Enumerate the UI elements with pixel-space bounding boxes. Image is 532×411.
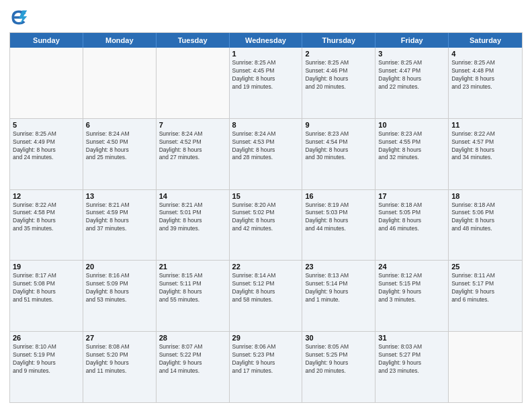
calendar-row-3: 19Sunrise: 8:17 AM Sunset: 5:08 PM Dayli… bbox=[10, 261, 522, 332]
calendar-header: SundayMondayTuesdayWednesdayThursdayFrid… bbox=[10, 33, 522, 48]
day-cell-22: 22Sunrise: 8:14 AM Sunset: 5:12 PM Dayli… bbox=[230, 261, 303, 331]
day-info: Sunrise: 8:25 AM Sunset: 4:49 PM Dayligh… bbox=[13, 130, 80, 163]
day-info: Sunrise: 8:18 AM Sunset: 5:06 PM Dayligh… bbox=[451, 201, 519, 234]
empty-cell-4-6 bbox=[449, 332, 522, 402]
day-number: 1 bbox=[232, 50, 300, 58]
day-cell-25: 25Sunrise: 8:11 AM Sunset: 5:17 PM Dayli… bbox=[449, 261, 522, 331]
day-number: 13 bbox=[86, 192, 153, 200]
day-cell-28: 28Sunrise: 8:07 AM Sunset: 5:22 PM Dayli… bbox=[157, 332, 230, 402]
day-cell-3: 3Sunrise: 8:25 AM Sunset: 4:47 PM Daylig… bbox=[375, 48, 449, 118]
day-number: 30 bbox=[305, 334, 372, 342]
weekday-header-monday: Monday bbox=[83, 33, 157, 48]
weekday-header-saturday: Saturday bbox=[449, 33, 522, 48]
day-number: 3 bbox=[378, 50, 445, 58]
day-cell-13: 13Sunrise: 8:21 AM Sunset: 4:59 PM Dayli… bbox=[83, 190, 157, 261]
day-info: Sunrise: 8:23 AM Sunset: 4:55 PM Dayligh… bbox=[378, 130, 445, 163]
day-cell-17: 17Sunrise: 8:18 AM Sunset: 5:05 PM Dayli… bbox=[375, 190, 449, 261]
day-info: Sunrise: 8:22 AM Sunset: 4:58 PM Dayligh… bbox=[13, 201, 80, 234]
weekday-header-wednesday: Wednesday bbox=[230, 33, 303, 48]
day-cell-5: 5Sunrise: 8:25 AM Sunset: 4:49 PM Daylig… bbox=[10, 119, 83, 189]
day-info: Sunrise: 8:11 AM Sunset: 5:17 PM Dayligh… bbox=[451, 272, 519, 304]
day-info: Sunrise: 8:12 AM Sunset: 5:15 PM Dayligh… bbox=[378, 272, 445, 304]
day-cell-30: 30Sunrise: 8:05 AM Sunset: 5:25 PM Dayli… bbox=[302, 332, 375, 402]
empty-cell-0-2 bbox=[157, 48, 230, 118]
day-number: 10 bbox=[378, 121, 445, 129]
day-info: Sunrise: 8:19 AM Sunset: 5:03 PM Dayligh… bbox=[305, 201, 372, 234]
day-info: Sunrise: 8:15 AM Sunset: 5:11 PM Dayligh… bbox=[159, 272, 226, 304]
day-cell-9: 9Sunrise: 8:23 AM Sunset: 4:54 PM Daylig… bbox=[302, 119, 375, 189]
day-info: Sunrise: 8:25 AM Sunset: 4:47 PM Dayligh… bbox=[378, 59, 445, 91]
day-number: 24 bbox=[378, 263, 445, 271]
day-cell-10: 10Sunrise: 8:23 AM Sunset: 4:55 PM Dayli… bbox=[375, 119, 449, 189]
day-info: Sunrise: 8:13 AM Sunset: 5:14 PM Dayligh… bbox=[305, 272, 372, 304]
weekday-header-friday: Friday bbox=[375, 33, 449, 48]
day-number: 17 bbox=[378, 192, 445, 200]
day-number: 23 bbox=[305, 263, 372, 271]
day-info: Sunrise: 8:25 AM Sunset: 4:48 PM Dayligh… bbox=[451, 59, 519, 91]
day-info: Sunrise: 8:25 AM Sunset: 4:45 PM Dayligh… bbox=[232, 59, 300, 91]
day-number: 11 bbox=[451, 121, 519, 129]
day-number: 18 bbox=[451, 192, 519, 200]
day-info: Sunrise: 8:18 AM Sunset: 5:05 PM Dayligh… bbox=[378, 201, 445, 234]
day-number: 28 bbox=[159, 334, 226, 342]
day-cell-12: 12Sunrise: 8:22 AM Sunset: 4:58 PM Dayli… bbox=[10, 190, 83, 261]
day-info: Sunrise: 8:06 AM Sunset: 5:23 PM Dayligh… bbox=[232, 343, 300, 375]
weekday-header-tuesday: Tuesday bbox=[157, 33, 230, 48]
day-cell-14: 14Sunrise: 8:21 AM Sunset: 5:01 PM Dayli… bbox=[157, 190, 230, 261]
day-info: Sunrise: 8:07 AM Sunset: 5:22 PM Dayligh… bbox=[159, 343, 226, 375]
day-cell-23: 23Sunrise: 8:13 AM Sunset: 5:14 PM Dayli… bbox=[302, 261, 375, 331]
day-number: 9 bbox=[305, 121, 372, 129]
day-number: 6 bbox=[86, 121, 153, 129]
calendar-row-2: 12Sunrise: 8:22 AM Sunset: 4:58 PM Dayli… bbox=[10, 190, 522, 261]
calendar-row-1: 5Sunrise: 8:25 AM Sunset: 4:49 PM Daylig… bbox=[10, 119, 522, 190]
header bbox=[9, 8, 523, 27]
day-info: Sunrise: 8:22 AM Sunset: 4:57 PM Dayligh… bbox=[451, 130, 519, 163]
day-number: 15 bbox=[232, 192, 300, 200]
logo-icon bbox=[9, 8, 28, 27]
day-info: Sunrise: 8:08 AM Sunset: 5:20 PM Dayligh… bbox=[86, 343, 153, 375]
day-info: Sunrise: 8:21 AM Sunset: 4:59 PM Dayligh… bbox=[86, 201, 153, 234]
day-number: 27 bbox=[86, 334, 153, 342]
day-cell-24: 24Sunrise: 8:12 AM Sunset: 5:15 PM Dayli… bbox=[375, 261, 449, 331]
day-number: 5 bbox=[13, 121, 80, 129]
day-number: 21 bbox=[159, 263, 226, 271]
day-cell-8: 8Sunrise: 8:24 AM Sunset: 4:53 PM Daylig… bbox=[230, 119, 303, 189]
day-cell-7: 7Sunrise: 8:24 AM Sunset: 4:52 PM Daylig… bbox=[157, 119, 230, 189]
day-number: 16 bbox=[305, 192, 372, 200]
day-number: 20 bbox=[86, 263, 153, 271]
day-info: Sunrise: 8:05 AM Sunset: 5:25 PM Dayligh… bbox=[305, 343, 372, 375]
weekday-header-sunday: Sunday bbox=[10, 33, 83, 48]
day-info: Sunrise: 8:14 AM Sunset: 5:12 PM Dayligh… bbox=[232, 272, 300, 304]
calendar-row-0: 1Sunrise: 8:25 AM Sunset: 4:45 PM Daylig… bbox=[10, 48, 522, 119]
day-info: Sunrise: 8:16 AM Sunset: 5:09 PM Dayligh… bbox=[86, 272, 153, 304]
calendar-body: 1Sunrise: 8:25 AM Sunset: 4:45 PM Daylig… bbox=[10, 48, 522, 402]
day-number: 31 bbox=[378, 334, 445, 342]
day-number: 2 bbox=[305, 50, 372, 58]
day-cell-2: 2Sunrise: 8:25 AM Sunset: 4:46 PM Daylig… bbox=[302, 48, 375, 118]
day-cell-1: 1Sunrise: 8:25 AM Sunset: 4:45 PM Daylig… bbox=[230, 48, 303, 118]
day-cell-15: 15Sunrise: 8:20 AM Sunset: 5:02 PM Dayli… bbox=[230, 190, 303, 261]
day-number: 25 bbox=[451, 263, 519, 271]
day-cell-20: 20Sunrise: 8:16 AM Sunset: 5:09 PM Dayli… bbox=[83, 261, 157, 331]
day-cell-29: 29Sunrise: 8:06 AM Sunset: 5:23 PM Dayli… bbox=[230, 332, 303, 402]
day-info: Sunrise: 8:20 AM Sunset: 5:02 PM Dayligh… bbox=[232, 201, 300, 234]
day-cell-19: 19Sunrise: 8:17 AM Sunset: 5:08 PM Dayli… bbox=[10, 261, 83, 331]
calendar: SundayMondayTuesdayWednesdayThursdayFrid… bbox=[9, 32, 523, 403]
day-info: Sunrise: 8:03 AM Sunset: 5:27 PM Dayligh… bbox=[378, 343, 445, 375]
day-number: 22 bbox=[232, 263, 300, 271]
day-info: Sunrise: 8:17 AM Sunset: 5:08 PM Dayligh… bbox=[13, 272, 80, 304]
day-number: 12 bbox=[13, 192, 80, 200]
day-number: 14 bbox=[159, 192, 226, 200]
day-info: Sunrise: 8:21 AM Sunset: 5:01 PM Dayligh… bbox=[159, 201, 226, 234]
day-info: Sunrise: 8:25 AM Sunset: 4:46 PM Dayligh… bbox=[305, 59, 372, 91]
day-cell-4: 4Sunrise: 8:25 AM Sunset: 4:48 PM Daylig… bbox=[449, 48, 522, 118]
day-number: 19 bbox=[13, 263, 80, 271]
weekday-header-thursday: Thursday bbox=[302, 33, 375, 48]
page: SundayMondayTuesdayWednesdayThursdayFrid… bbox=[0, 0, 532, 411]
empty-cell-0-1 bbox=[83, 48, 157, 118]
day-cell-11: 11Sunrise: 8:22 AM Sunset: 4:57 PM Dayli… bbox=[449, 119, 522, 189]
day-cell-31: 31Sunrise: 8:03 AM Sunset: 5:27 PM Dayli… bbox=[375, 332, 449, 402]
day-number: 4 bbox=[451, 50, 519, 58]
day-info: Sunrise: 8:24 AM Sunset: 4:53 PM Dayligh… bbox=[232, 130, 300, 163]
day-info: Sunrise: 8:24 AM Sunset: 4:50 PM Dayligh… bbox=[86, 130, 153, 163]
